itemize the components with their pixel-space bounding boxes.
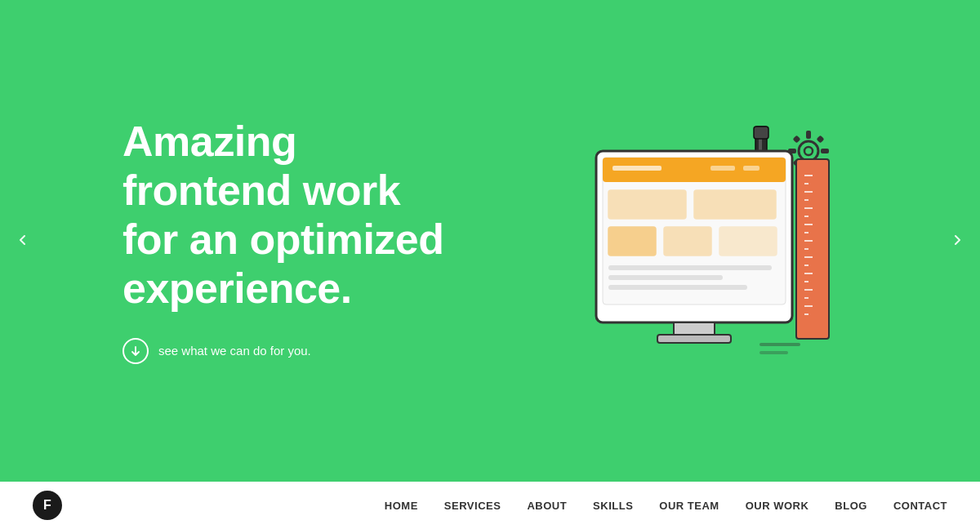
nav-item-about: ABOUT <box>527 498 567 513</box>
nav-item-our-team: OUR TEAM <box>659 498 719 513</box>
svg-rect-42 <box>664 227 711 256</box>
svg-point-0 <box>799 141 818 161</box>
navbar: F HOMESERVICESABOUTSKILLSOUR TEAMOUR WOR… <box>0 482 980 529</box>
prev-arrow[interactable] <box>16 230 29 251</box>
svg-rect-6 <box>793 136 801 144</box>
svg-rect-48 <box>657 335 731 343</box>
hero-cta[interactable]: see what we can do for you. <box>122 338 466 364</box>
svg-rect-38 <box>743 166 760 171</box>
svg-rect-39 <box>608 190 686 219</box>
svg-rect-41 <box>608 227 656 256</box>
svg-rect-46 <box>608 285 747 290</box>
svg-rect-5 <box>821 149 829 153</box>
svg-rect-7 <box>817 136 825 144</box>
hero-section: Amazing frontend work for an optimized e… <box>0 0 980 482</box>
svg-rect-45 <box>608 275 723 280</box>
svg-rect-10 <box>796 159 829 339</box>
svg-rect-37 <box>710 166 735 171</box>
svg-rect-44 <box>608 265 772 270</box>
hero-text-block: Amazing frontend work for an optimized e… <box>122 118 466 363</box>
nav-item-home: HOME <box>385 498 418 513</box>
nav-item-our-work: OUR WORK <box>746 498 809 513</box>
nav-link-skills[interactable]: SKILLS <box>593 500 633 512</box>
svg-rect-36 <box>612 166 662 171</box>
hero-content: Amazing frontend work for an optimized e… <box>122 102 858 380</box>
nav-link-services[interactable]: SERVICES <box>444 500 501 512</box>
svg-rect-40 <box>694 190 776 219</box>
nav-item-services: SERVICES <box>444 498 501 513</box>
nav-link-home[interactable]: HOME <box>385 500 418 512</box>
svg-point-1 <box>804 147 813 155</box>
nav-link-blog[interactable]: BLOG <box>835 500 867 512</box>
svg-rect-32 <box>754 127 768 139</box>
svg-rect-50 <box>760 351 788 354</box>
nav-link-about[interactable]: ABOUT <box>527 500 567 512</box>
navbar-links: HOMESERVICESABOUTSKILLSOUR TEAMOUR WORKB… <box>385 498 947 513</box>
hero-title: Amazing frontend work for an optimized e… <box>122 118 466 313</box>
nav-link-our-work[interactable]: OUR WORK <box>746 500 809 512</box>
svg-rect-47 <box>674 322 715 336</box>
nav-link-contact[interactable]: CONTACT <box>893 500 947 512</box>
cta-arrow-icon <box>122 338 149 364</box>
svg-rect-49 <box>760 343 800 346</box>
svg-rect-2 <box>806 131 811 139</box>
hero-illustration <box>547 102 858 380</box>
nav-link-our-team[interactable]: OUR TEAM <box>659 500 719 512</box>
nav-item-skills: SKILLS <box>593 498 633 513</box>
navbar-logo[interactable]: F <box>33 491 62 520</box>
nav-item-contact: CONTACT <box>893 498 947 513</box>
cta-label: see what we can do for you. <box>158 344 311 358</box>
next-arrow[interactable] <box>951 230 964 251</box>
svg-rect-43 <box>719 227 777 256</box>
nav-item-blog: BLOG <box>835 498 867 513</box>
